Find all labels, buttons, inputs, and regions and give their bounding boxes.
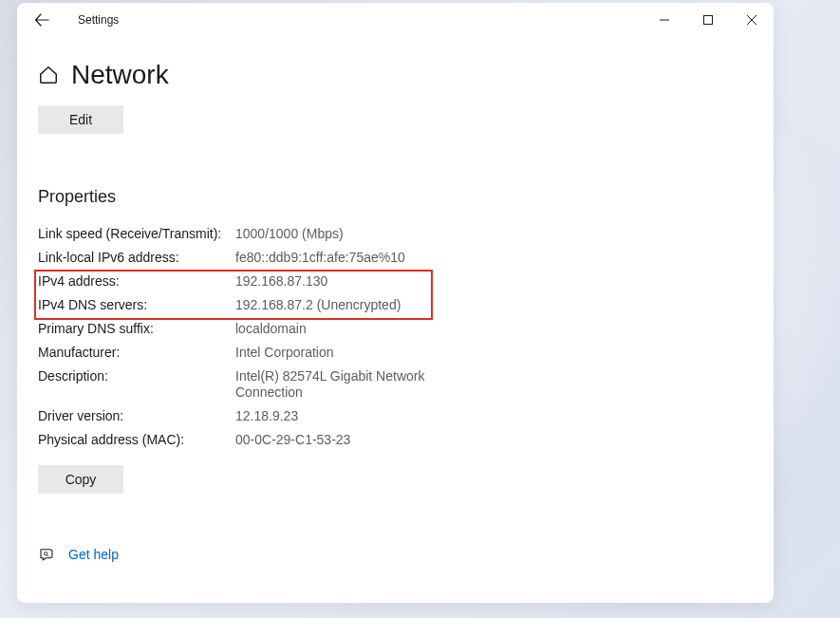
property-value: fe80::ddb9:1cff:afe:75ae%10 — [235, 250, 405, 266]
properties-table: Link speed (Receive/Transmit): 1000/1000… — [38, 226, 755, 448]
edit-button[interactable]: Edit — [38, 105, 123, 134]
property-value: 192.168.87.2 (Unencrypted) — [235, 297, 401, 313]
settings-window: Settings — [17, 3, 774, 603]
minimize-icon — [660, 15, 669, 25]
property-row: IPv4 DNS servers: 192.168.87.2 (Unencryp… — [38, 297, 755, 313]
property-row: IPv4 address: 192.168.87.130 — [38, 273, 755, 290]
svg-rect-1 — [704, 16, 713, 25]
svg-point-4 — [45, 552, 47, 555]
back-button[interactable] — [30, 9, 53, 31]
content-area: Network Edit Properties Link speed (Rece… — [17, 37, 774, 603]
property-label: Primary DNS suffix: — [38, 321, 235, 337]
property-row: Manufacturer: Intel Corporation — [38, 345, 755, 361]
property-label: Physical address (MAC): — [38, 432, 235, 448]
help-icon — [38, 546, 55, 563]
property-label: Driver version: — [38, 408, 235, 424]
window-title: Settings — [78, 13, 119, 27]
property-row: Primary DNS suffix: localdomain — [38, 321, 755, 337]
home-icon-wrap — [38, 65, 59, 85]
property-label: Manufacturer: — [38, 345, 235, 361]
property-label: Link-local IPv6 address: — [38, 250, 235, 266]
svg-line-5 — [47, 554, 48, 556]
property-row: Physical address (MAC): 00-0C-29-C1-53-2… — [38, 432, 755, 448]
property-value: Intel(R) 82574L Gigabit Network Connecti… — [235, 368, 435, 401]
property-value: 12.18.9.23 — [235, 408, 298, 424]
copy-button[interactable]: Copy — [38, 465, 123, 494]
copy-row: Copy — [38, 465, 755, 494]
property-row: Link-local IPv6 address: fe80::ddb9:1cff… — [38, 250, 755, 266]
page-title: Network — [71, 60, 169, 90]
properties-heading: Properties — [38, 187, 755, 207]
minimize-button[interactable] — [643, 5, 686, 35]
property-label: Description: — [38, 368, 235, 401]
property-value: localdomain — [235, 321, 307, 337]
property-row: Description: Intel(R) 82574L Gigabit Net… — [38, 368, 755, 401]
property-row: Driver version: 12.18.9.23 — [38, 408, 755, 424]
property-value: 00-0C-29-C1-53-23 — [235, 432, 350, 448]
property-label: IPv4 DNS servers: — [38, 297, 235, 313]
get-help-link[interactable]: Get help — [68, 547, 119, 562]
titlebar: Settings — [17, 3, 774, 37]
back-arrow-icon — [34, 12, 49, 28]
property-value: 1000/1000 (Mbps) — [235, 226, 344, 242]
property-label: Link speed (Receive/Transmit): — [38, 226, 235, 242]
home-icon — [38, 65, 59, 85]
window-controls — [643, 5, 774, 35]
property-row: Link speed (Receive/Transmit): 1000/1000… — [38, 226, 755, 242]
property-value: Intel Corporation — [235, 345, 334, 361]
footer: Get help — [38, 546, 755, 584]
maximize-button[interactable] — [686, 5, 730, 35]
property-value: 192.168.87.130 — [235, 273, 327, 290]
close-button[interactable] — [730, 5, 774, 35]
property-label: IPv4 address: — [38, 273, 235, 290]
maximize-icon — [703, 15, 713, 25]
page-header: Network — [38, 60, 755, 90]
close-icon — [747, 15, 756, 25]
